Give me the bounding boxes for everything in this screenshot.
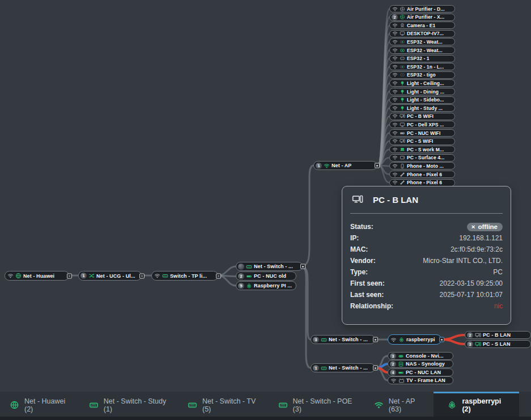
device-node-nas-synology[interactable]: 2NAS - Synology	[388, 360, 453, 368]
device-label: Net - AP	[332, 163, 351, 168]
monitor-tower-icon	[400, 138, 405, 144]
device-node-air-purifier-d[interactable]: Air Purifier - D...	[389, 5, 455, 12]
device-node-console-nvidia[interactable]: 3Console - Nvi...	[388, 352, 453, 360]
port-badge: 2	[467, 332, 473, 338]
device-node-raspberry-pi-5[interactable]: 5Raspberry PI ...	[236, 281, 296, 290]
collapse-toggle[interactable]	[139, 273, 145, 278]
wifi-icon	[392, 97, 398, 103]
popup-detail-rows: Status:×offlineIP:192.168.1.121MAC:2c:f0…	[350, 221, 503, 312]
collapse-toggle[interactable]	[439, 337, 444, 342]
collapse-toggle[interactable]	[373, 337, 378, 342]
tab-net-switch-study[interactable]: Net - Switch - Study (1)	[79, 392, 178, 417]
device-node-esp32-weat[interactable]: ESP32 - Weat...	[389, 38, 455, 45]
device-label: Light - Ceiling...	[407, 80, 444, 86]
device-node-esp32-1n-l[interactable]: ESP32 - 1n - L...	[389, 63, 455, 70]
collapse-toggle[interactable]	[216, 273, 221, 278]
wifi-icon	[392, 39, 398, 45]
bulb-icon	[400, 80, 405, 86]
device-node-light-ceiling[interactable]: Light - Ceiling...	[389, 79, 455, 87]
device-node-net-ap[interactable]: 1Net - AP	[313, 161, 377, 170]
chip-icon	[400, 64, 405, 70]
device-node-air-purifier-x[interactable]: 2Air Purifier - X...	[389, 14, 455, 21]
device-node-pc-s-work-m[interactable]: PC - S work M...	[389, 146, 455, 153]
pc-desktop-icon	[352, 194, 363, 205]
wifi-icon	[392, 31, 398, 36]
device-label: DESKTOP-IV7...	[407, 31, 444, 36]
wifi-icon	[392, 105, 398, 111]
topology-edge	[303, 166, 313, 266]
port-badge: 4	[390, 370, 396, 376]
relationship-edge	[443, 340, 465, 344]
tab-net-switch-tv[interactable]: Net - Switch - TV (5)	[178, 392, 269, 417]
wifi-icon	[392, 72, 398, 78]
device-node-esp32-tigo[interactable]: ESP32 - tigo	[389, 71, 455, 79]
topology-edge	[303, 266, 311, 368]
device-node-pc-b-lan[interactable]: 2PC - B LAN	[465, 331, 531, 339]
wifi-icon	[392, 89, 398, 95]
monitor-icon	[400, 122, 405, 128]
device-node-switch-tp[interactable]: Switch - TP li...	[151, 271, 218, 281]
port-badge: 1	[316, 163, 322, 169]
device-node-pc-b-wifi[interactable]: PC - B WIFI	[389, 113, 455, 120]
device-node-pc-dell-xps[interactable]: PC - Dell XPS ...	[389, 121, 455, 128]
device-label: Phone - Moto ...	[407, 163, 444, 169]
device-node-light-study[interactable]: Light - Study ...	[389, 104, 455, 112]
device-node-tv-frame-lan[interactable]: TV - Frame LAN	[388, 376, 453, 384]
device-node-pc-s-wifi[interactable]: PC - S WIFI	[389, 138, 455, 145]
device-node-net-huawei[interactable]: Net - Huawei	[5, 271, 69, 281]
tab-net-ap[interactable]: Net - AP (63)	[364, 392, 434, 417]
switch-icon	[89, 400, 99, 410]
device-label: Raspberry PI ...	[254, 283, 292, 289]
globe-icon	[15, 273, 22, 279]
device-label: Console - Nvi...	[406, 353, 444, 359]
network-topology-canvas[interactable]: Net - Huawei1Net - UCG - Ul...Switch - T…	[0, 0, 531, 420]
device-detail-popup: PC - B LAN Status:×offlineIP:192.168.1.1…	[342, 186, 511, 325]
tablet-icon	[400, 155, 405, 160]
detail-row: Last seen:2025-07-17 10:01:07	[350, 289, 503, 300]
collapse-toggle[interactable]	[375, 163, 380, 168]
monitor-icon	[400, 31, 405, 36]
device-label: ESP32 - tigo	[407, 72, 436, 78]
collapse-toggle[interactable]	[300, 264, 305, 269]
device-node-net-switch-tv[interactable]: 3Net - Switch - ...	[311, 335, 375, 344]
collapse-toggle[interactable]	[373, 366, 378, 371]
wifi-icon	[374, 400, 384, 410]
device-node-pc-nuc-old[interactable]: 2PC - NUC old	[236, 271, 296, 281]
handset-icon	[400, 180, 405, 185]
device-label: PC - NUC LAN	[406, 370, 441, 375]
switch-icon	[321, 365, 327, 371]
device-node-pc-nuc-wifi[interactable]: PC - NUC WIFI	[389, 129, 455, 137]
detail-value: 2022-03-15 09:25:00	[440, 279, 503, 287]
device-node-phone-moto[interactable]: Phone - Moto ...	[389, 162, 455, 169]
device-node-pc-nuc-lan[interactable]: 4PC - NUC LAN	[388, 368, 453, 376]
nuc-icon	[246, 273, 252, 279]
popup-header: PC - B LAN	[350, 194, 503, 205]
wifi-icon	[390, 377, 397, 384]
tab-net-huawei[interactable]: Net - Huawei (2)	[0, 392, 79, 417]
device-node-light-sidebo[interactable]: Light - Sidebo...	[389, 96, 455, 104]
device-label: Light - Sidebo...	[407, 97, 444, 103]
detail-label: Relationship:	[350, 302, 393, 310]
collapse-toggle[interactable]	[67, 273, 72, 278]
device-label: ESP32 - 1	[407, 56, 430, 61]
device-node-desktop-iv7[interactable]: DESKTOP-IV7...	[389, 30, 455, 37]
monitor-tower-icon	[352, 194, 363, 205]
device-node-net-switch-study[interactable]: Net - Switch - ...	[236, 262, 303, 271]
device-node-pc-s-lan[interactable]: 3PC - S LAN	[465, 340, 531, 348]
device-node-esp32-weat[interactable]: ESP32 - Weat...	[389, 46, 455, 54]
chip-icon	[400, 56, 405, 61]
device-node-camera-e1[interactable]: Camera - E1	[389, 22, 455, 29]
device-label: Light - Dining ...	[407, 89, 444, 95]
device-node-pc-surface-4[interactable]: PC - Surface 4...	[389, 154, 455, 162]
device-node-phone-pixel-6[interactable]: Phone - Pixel 6	[389, 179, 455, 186]
laptop-icon	[400, 147, 405, 152]
bottom-strip	[0, 417, 531, 420]
device-node-raspberrypi[interactable]: raspberrypi	[388, 334, 441, 345]
device-node-light-dining[interactable]: Light - Dining ...	[389, 88, 455, 95]
tab-net-switch-poe[interactable]: Net - Switch - POE (3)	[269, 392, 364, 417]
device-node-phone-pixel-6[interactable]: Phone - Pixel 6	[389, 171, 455, 178]
device-node-net-ucg[interactable]: 1Net - UCG - Ul...	[78, 271, 142, 281]
device-node-net-switch-poe[interactable]: 1Net - Switch - ...	[311, 363, 375, 372]
tab-raspberrypi[interactable]: raspberrypi (2)	[434, 392, 519, 417]
device-node-esp32-1[interactable]: ESP32 - 1	[389, 55, 455, 62]
